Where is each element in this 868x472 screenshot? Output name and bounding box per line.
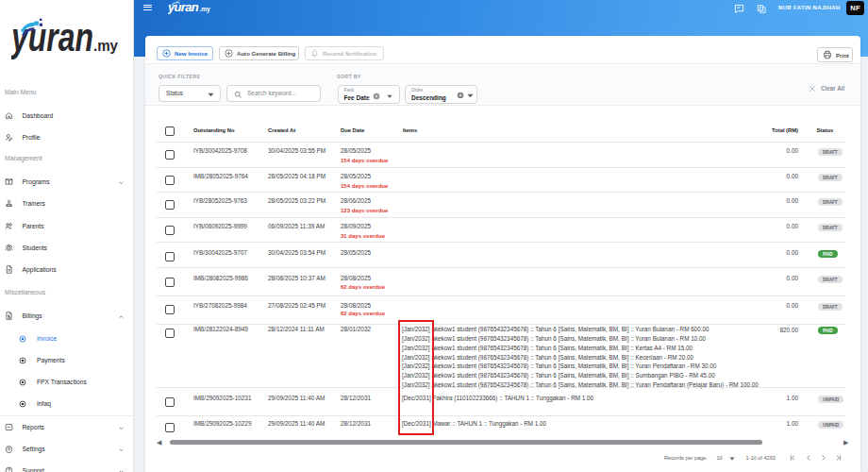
svg-text:.my: .my	[200, 6, 211, 13]
svg-text:yuran: yuran	[11, 17, 93, 59]
svg-text:.my: .my	[93, 38, 118, 54]
svg-text:yuran: yuran	[168, 0, 199, 14]
